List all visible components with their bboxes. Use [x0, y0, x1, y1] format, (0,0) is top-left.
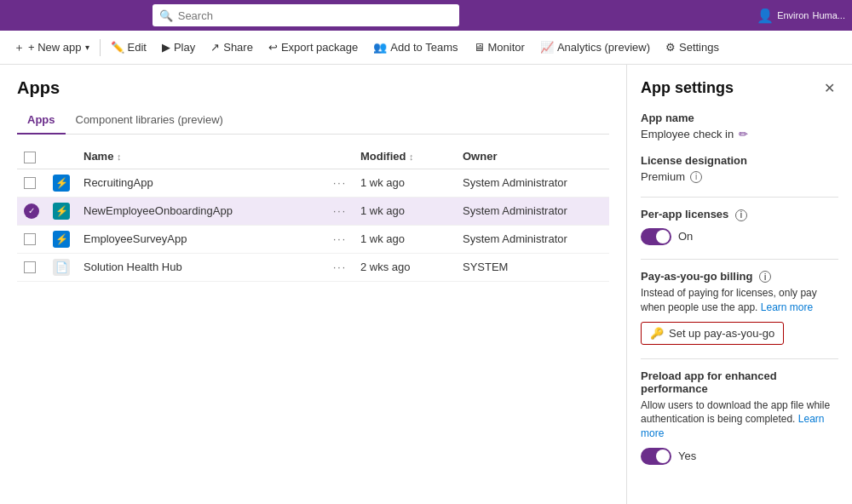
row-modified: 1 wk ago	[354, 169, 456, 197]
col-header-owner[interactable]: Owner	[456, 145, 609, 169]
search-input[interactable]	[178, 9, 452, 22]
row-owner: System Administrator	[456, 197, 609, 225]
sort-icon: ↕	[117, 152, 122, 162]
more-options-icon[interactable]: ···	[333, 205, 347, 217]
settings-title: App settings	[641, 79, 734, 97]
monitor-button[interactable]: 🖥 Monitor	[467, 37, 532, 57]
share-button[interactable]: ↗ Share	[204, 37, 260, 57]
col-header-more	[326, 145, 354, 169]
row-owner: SYSTEM	[456, 253, 609, 281]
checkbox-icon	[24, 152, 36, 163]
table-row[interactable]: 📄 Solution Health Hub ··· 2 wks ago SYST…	[17, 253, 609, 281]
settings-icon: ⚙	[665, 41, 676, 54]
teams-icon: 👥	[373, 41, 387, 54]
tab-component-libraries[interactable]: Component libraries (preview)	[66, 108, 233, 135]
per-app-toggle[interactable]	[641, 228, 671, 245]
checkbox-unchecked	[24, 233, 36, 245]
settings-header: App settings ✕	[641, 78, 838, 98]
app-table: Name ↕ Modified ↕ Owner	[17, 145, 609, 282]
divider-1	[641, 197, 838, 198]
left-panel: Apps Apps Component libraries (preview) …	[0, 65, 626, 504]
row-name[interactable]: Solution Health Hub	[77, 253, 326, 281]
app-name-value: Employee check in ✏	[641, 128, 838, 140]
user-name: Huma...	[812, 10, 845, 20]
edit-button[interactable]: ✏️ Edit	[104, 37, 153, 57]
user-env-icon: 👤	[757, 8, 774, 24]
row-modified: 1 wk ago	[354, 197, 456, 225]
selected-check-icon: ✓	[24, 203, 39, 219]
export-button[interactable]: ↩ Export package	[262, 37, 365, 57]
row-more[interactable]: ···	[326, 253, 354, 281]
license-info-icon[interactable]: i	[690, 171, 702, 183]
row-owner: System Administrator	[456, 169, 609, 197]
settings-button[interactable]: ⚙ Settings	[659, 37, 726, 57]
preload-desc: Allow users to download the app file whi…	[641, 398, 838, 441]
row-check[interactable]: ✓	[17, 197, 46, 225]
col-header-modified[interactable]: Modified ↕	[354, 145, 456, 169]
preload-toggle[interactable]	[641, 448, 671, 465]
setup-payg-button[interactable]: 🔑 Set up pay-as-you-go	[641, 322, 784, 345]
table-row[interactable]: ✓ ⚡ NewEmployeeOnboardingApp ··· 1 wk ag…	[17, 197, 609, 225]
row-more[interactable]: ···	[326, 169, 354, 197]
row-more[interactable]: ···	[326, 197, 354, 225]
app-icon: ⚡	[53, 203, 70, 220]
export-icon: ↩	[268, 41, 278, 54]
edit-app-name-icon[interactable]: ✏	[739, 128, 748, 140]
payg-section: Pay-as-you-go billing i Instead of payin…	[641, 270, 838, 345]
payg-label: Pay-as-you-go billing i	[641, 270, 838, 284]
table-row[interactable]: ⚡ RecruitingApp ··· 1 wk ago System Admi…	[17, 169, 609, 197]
add-to-teams-button[interactable]: 👥 Add to Teams	[366, 37, 464, 57]
play-button[interactable]: ▶ Play	[155, 37, 202, 57]
monitor-icon: 🖥	[474, 41, 485, 54]
preload-label: Preload app for enhanced performance	[641, 369, 838, 395]
new-app-button[interactable]: ＋ + New app ▾	[7, 37, 96, 59]
row-check[interactable]	[17, 253, 46, 281]
col-header-name[interactable]: Name ↕	[77, 145, 326, 169]
payg-desc: Instead of paying for licenses, only pay…	[641, 286, 838, 315]
table-row[interactable]: ⚡ EmployeeSurveyApp ··· 1 wk ago System …	[17, 225, 609, 253]
app-icon: ⚡	[53, 175, 70, 192]
divider-2	[641, 259, 838, 260]
more-options-icon[interactable]: ···	[333, 177, 347, 189]
row-name[interactable]: EmployeeSurveyApp	[77, 225, 326, 253]
payg-learn-more-link[interactable]: Learn more	[761, 301, 813, 313]
app-name-label: App name	[641, 112, 838, 124]
col-header-check	[17, 145, 46, 169]
row-name[interactable]: NewEmployeeOnboardingApp	[77, 197, 326, 225]
preload-toggle-row: Yes	[641, 448, 838, 465]
row-check[interactable]	[17, 225, 46, 253]
per-app-info-icon[interactable]: i	[735, 209, 747, 221]
user-info: 👤 Environ Huma...	[757, 8, 845, 24]
analytics-button[interactable]: 📈 Analytics (preview)	[533, 37, 657, 57]
tabs: Apps Component libraries (preview)	[17, 108, 609, 135]
search-box[interactable]: 🔍	[153, 4, 459, 26]
per-app-toggle-label: On	[678, 230, 693, 243]
row-check[interactable]	[17, 169, 46, 197]
sort-icon-modified: ↕	[409, 152, 414, 162]
more-options-icon[interactable]: ···	[333, 261, 347, 273]
row-more[interactable]: ···	[326, 225, 354, 253]
user-env: Environ	[777, 10, 809, 20]
plus-icon: ＋	[14, 40, 25, 55]
main-content: Apps Apps Component libraries (preview) …	[0, 65, 852, 504]
divider-3	[641, 358, 838, 359]
app-name-section: App name Employee check in ✏	[641, 112, 838, 140]
toolbar: ＋ + New app ▾ ✏️ Edit ▶ Play ↗ Share ↩ E…	[0, 31, 852, 65]
checkbox-unchecked	[24, 261, 36, 273]
divider1	[100, 39, 101, 56]
col-header-icon	[46, 145, 77, 169]
close-button[interactable]: ✕	[820, 78, 838, 98]
chevron-down-icon: ▾	[85, 43, 89, 52]
key-icon: 🔑	[650, 327, 664, 340]
more-options-icon[interactable]: ···	[333, 233, 347, 245]
row-owner: System Administrator	[456, 225, 609, 253]
payg-info-icon[interactable]: i	[759, 271, 771, 283]
checkbox-unchecked	[24, 177, 36, 189]
preload-section: Preload app for enhanced performance All…	[641, 369, 838, 465]
row-icon-cell: ⚡	[46, 169, 77, 197]
row-name[interactable]: RecruitingApp	[77, 169, 326, 197]
app-icon: ⚡	[53, 231, 70, 248]
play-icon: ▶	[162, 41, 170, 54]
tab-apps[interactable]: Apps	[17, 108, 66, 135]
license-section: License designation Premium i	[641, 154, 838, 183]
